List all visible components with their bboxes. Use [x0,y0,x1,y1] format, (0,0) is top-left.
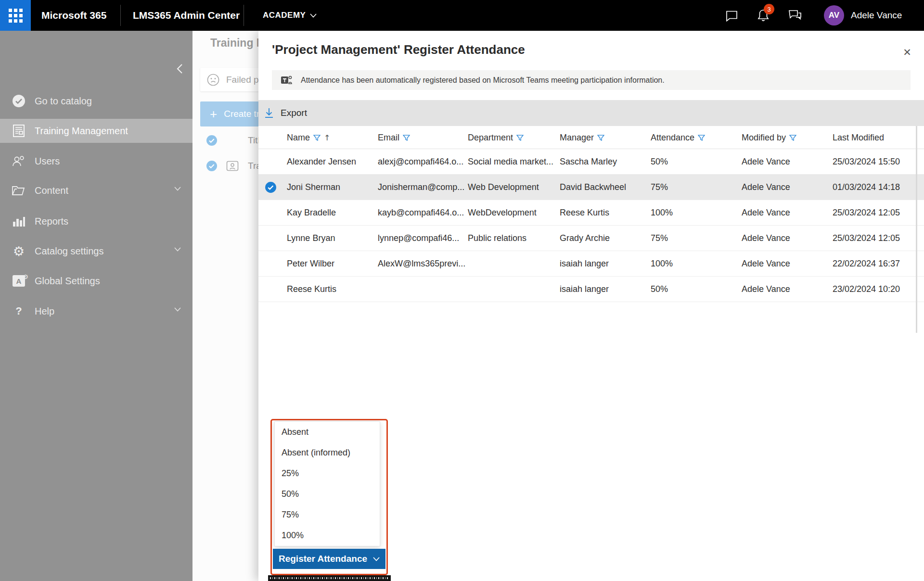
export-button[interactable]: Export [281,108,307,118]
sidebar-item-training-management[interactable]: Training Management [0,119,192,143]
background-row-label: Tra [248,161,258,171]
cell-department: WebDevelopment [468,200,537,226]
chevron-down-icon [174,307,181,312]
folder-icon [12,183,26,198]
cell-attendance: 50% [651,277,668,302]
cell-manager: Grady Archie [560,226,610,251]
cell-attendance: 50% [651,149,668,175]
column-label: Attendance [651,133,694,143]
app-title[interactable]: LMS365 Admin Center [133,0,240,31]
cell-email: AlexW@lms365previ... [378,251,465,277]
sidebar-item-catalog-settings[interactable]: ⚙ Catalog settings [0,239,192,263]
brand-title[interactable]: Microsoft 365 [41,0,106,31]
column-header-email[interactable]: Email [378,126,410,149]
dropdown-option-absent-informed[interactable]: Absent (informed) [275,442,380,463]
question-mark-icon: ? [12,304,26,318]
sidebar-item-help[interactable]: ? Help [0,299,192,323]
filter-icon[interactable] [403,134,410,141]
cell-last-modified: 01/03/2024 14:18 [833,175,900,200]
column-header-name[interactable]: Name ↑ [287,126,330,149]
info-banner: Attendance has been automatically regist… [272,70,911,90]
cell-modified-by: Adele Vance [742,226,790,251]
chat-icon [725,9,738,22]
user-name[interactable]: Adele Vance [851,0,902,31]
dropdown-option-75[interactable]: 75% [275,505,380,525]
filter-icon[interactable] [516,134,524,141]
cell-attendance: 75% [651,226,668,251]
column-header-department[interactable]: Department [468,126,524,149]
checkmark-circle-icon [206,160,218,172]
dropdown-option-25[interactable]: 25% [275,463,380,484]
filter-icon[interactable] [698,134,705,141]
column-header-attendance[interactable]: Attendance [651,126,705,149]
dropdown-option-100[interactable]: 100% [275,525,380,546]
dropdown-option-absent[interactable]: Absent [275,422,380,442]
sidebar-item-reports[interactable]: Reports [0,209,192,233]
tenant-label: ACADEMY [263,11,306,20]
feedback-button[interactable] [782,0,808,31]
avatar-initials: AV [829,11,839,20]
create-training-label: Create tra [224,109,258,119]
notification-badge: 3 [764,4,774,14]
sidebar-item-users[interactable]: Users [0,149,192,173]
cell-name: Peter Wilber [287,251,334,277]
column-label: Department [468,133,513,143]
column-header-manager[interactable]: Manager [560,126,604,149]
cell-department: Web Development [468,175,539,200]
dropdown-option-50[interactable]: 50% [275,484,380,505]
sidebar-item-label: Global Settings [35,276,100,287]
sidebar-item-label: Reports [35,216,68,227]
column-label: Last Modified [833,133,884,143]
column-header-modified-by[interactable]: Modified by [742,126,796,149]
cell-department: Social media market... [468,149,553,175]
person-card-icon [226,161,239,171]
close-button[interactable]: ✕ [899,44,915,61]
app-launcher-button[interactable] [0,0,31,31]
column-label: Name [287,133,310,143]
teams-icon [281,75,293,86]
download-icon [264,108,274,118]
close-icon: ✕ [903,47,911,58]
column-label: Modified by [742,133,786,143]
table-row[interactable]: Alexander Jensen alexj@compafi464.o... S… [258,149,924,175]
table-row[interactable]: Lynne Bryan lynnep@compafi46... Public r… [258,226,924,251]
sad-face-icon [207,74,219,86]
cell-modified-by: Adele Vance [742,149,790,175]
table-row[interactable]: Reese Kurtis isaiah langer 50% Adele Van… [258,277,924,302]
cell-email: Jonisherman@comp... [378,175,464,200]
background-table-row: Tra [192,157,258,175]
sidebar-item-content[interactable]: Content [0,178,192,202]
screenshot-glitch-artifact [268,575,391,581]
cell-name: Reese Kurtis [287,277,336,302]
table-scrollbar[interactable] [916,126,917,333]
cell-name: Kay Bradelle [287,200,336,226]
chat-button[interactable] [719,0,744,31]
table-row-selected[interactable]: Joni Sherman Jonisherman@comp... Web Dev… [258,175,924,200]
sidebar-collapse-button[interactable] [171,61,188,77]
background-table-row: Titl [192,131,258,150]
chevron-left-icon [176,63,183,74]
tenant-selector[interactable]: ACADEMY [263,0,317,31]
attendance-dropdown-menu: Absent Absent (informed) 25% 50% 75% 100… [274,421,380,546]
create-training-button[interactable]: + Create tra [200,101,258,126]
column-header-last-modified[interactable]: Last Modified [833,126,884,149]
people-icon [12,154,26,168]
sidebar-item-go-to-catalog[interactable]: Go to catalog [0,89,192,113]
cell-last-modified: 23/02/2024 10:20 [833,277,900,302]
cell-name: Alexander Jensen [287,149,356,175]
selected-checkmark-icon[interactable] [265,181,277,193]
table-row[interactable]: Peter Wilber AlexW@lms365previ... isaiah… [258,251,924,277]
register-attendance-button[interactable]: Register Attendance [273,549,385,569]
avatar[interactable]: AV [824,5,844,25]
notifications-button[interactable]: 3 [750,0,776,31]
filter-icon[interactable] [789,134,796,141]
filter-icon[interactable] [597,134,604,141]
cell-name: Joni Sherman [287,175,340,200]
admin-app-icon: A⚙ [12,274,26,288]
sidebar-item-label: Training Management [35,126,128,137]
cell-manager: isaiah langer [560,251,609,277]
sidebar-item-global-settings[interactable]: A⚙ Global Settings [0,269,192,293]
table-header: Name ↑ Email Department Manager Attendan… [258,126,924,149]
filter-icon[interactable] [313,134,321,141]
table-row[interactable]: Kay Bradelle kayb@compafi464.o... WebDev… [258,200,924,226]
